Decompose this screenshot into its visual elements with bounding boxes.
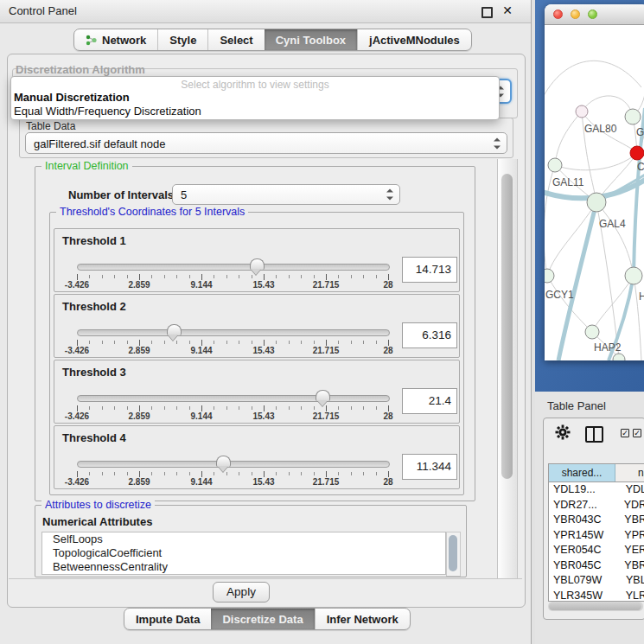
network-nodes[interactable] bbox=[545, 105, 644, 360]
scrollbar-thumb[interactable] bbox=[501, 174, 513, 479]
threshold-panel: Threshold 1-3.4262.8599.14415.4321.71528… bbox=[54, 228, 460, 292]
tab-cyni-toolbox[interactable]: Cyni Toolbox bbox=[265, 29, 357, 50]
cell-shared-name[interactable]: YBR043C bbox=[549, 513, 618, 528]
tab-impute-data[interactable]: Impute Data bbox=[124, 609, 211, 629]
tab-discretize-data[interactable]: Discretize Data bbox=[211, 609, 314, 629]
node-label: GAL11 bbox=[552, 176, 584, 188]
cell-name[interactable]: YBL0 bbox=[620, 573, 644, 589]
cell-name[interactable]: YBR0 bbox=[618, 513, 644, 528]
slider-tick-marks bbox=[77, 405, 388, 411]
slider-thumb-icon[interactable] bbox=[316, 390, 330, 401]
table-row[interactable]: YBL079WYBL0 bbox=[549, 573, 644, 589]
cell-shared-name[interactable]: YER054C bbox=[549, 543, 618, 558]
table-panel-box: ✓ ✓ shared... na YDL19...YDL1YDR27...YDR… bbox=[543, 418, 644, 620]
table-row[interactable]: YDL19...YDL1 bbox=[549, 482, 644, 498]
tab-infer-network[interactable]: Infer Network bbox=[315, 609, 410, 629]
cell-shared-name[interactable]: YLR345W bbox=[549, 589, 620, 603]
checkbox-checked-icon[interactable]: ✓ bbox=[633, 429, 641, 437]
close-traffic-light-icon[interactable] bbox=[553, 10, 563, 19]
minimize-traffic-light-icon[interactable] bbox=[571, 10, 580, 19]
threshold-slider[interactable] bbox=[77, 261, 388, 273]
number-of-intervals-value: 5 bbox=[181, 188, 187, 201]
cell-shared-name[interactable]: YBL079W bbox=[549, 573, 620, 589]
scrollbar-thumb[interactable] bbox=[449, 535, 457, 571]
cell-name[interactable]: YDL1 bbox=[620, 482, 644, 498]
attribute-list-item[interactable]: SelfLoops bbox=[42, 532, 445, 546]
numerical-attributes-list[interactable]: SelfLoopsTopologicalCoefficientBetweenne… bbox=[41, 532, 446, 575]
column-layout-icon[interactable] bbox=[585, 426, 603, 443]
cell-name[interactable]: YDR2 bbox=[618, 498, 644, 513]
column-header-shared-name[interactable]: shared... bbox=[549, 464, 615, 481]
table-panel-title: Table Panel bbox=[547, 399, 606, 412]
attributes-list-scrollbar[interactable] bbox=[446, 532, 461, 577]
slider-track[interactable] bbox=[77, 461, 390, 468]
cell-name[interactable]: YBR0 bbox=[618, 558, 644, 574]
slider-track[interactable] bbox=[77, 329, 390, 336]
cell-shared-name[interactable]: YPR145W bbox=[549, 528, 618, 544]
threshold-value-field[interactable]: 21.4 bbox=[402, 388, 457, 414]
table-data-label: Table Data bbox=[26, 120, 75, 132]
slider-track[interactable] bbox=[77, 264, 390, 271]
threshold-value-field[interactable]: 11.344 bbox=[402, 454, 457, 480]
table-row[interactable]: YPR145WYPR1 bbox=[549, 528, 644, 544]
cell-name[interactable]: YPR1 bbox=[618, 528, 644, 544]
attribute-list-item[interactable]: BetweennessCentrality bbox=[42, 560, 445, 574]
slider-thumb-icon[interactable] bbox=[216, 456, 231, 467]
tick-label: 9.144 bbox=[190, 346, 212, 355]
table-row[interactable]: YLR345WYLR3 bbox=[549, 589, 644, 603]
control-panel-title: Control Panel bbox=[9, 4, 77, 17]
bottom-tab-strip: Impute Data Discretize Data Infer Networ… bbox=[124, 608, 411, 630]
apply-button[interactable]: Apply bbox=[213, 582, 270, 603]
tab-label: Style bbox=[169, 34, 196, 47]
algorithm-dropdown-popup: Select algorithm to view settings Manual… bbox=[10, 76, 500, 120]
tab-style[interactable]: Style bbox=[157, 29, 207, 50]
slider-thumb-icon[interactable] bbox=[250, 258, 265, 270]
dropdown-option-equal-width-frequency[interactable]: Equal Width/Frequency Discretization bbox=[14, 105, 201, 118]
threshold-slider[interactable] bbox=[77, 392, 388, 405]
cell-shared-name[interactable]: YDR27... bbox=[549, 498, 618, 513]
table-data-combobox[interactable]: galFiltered.sif default node bbox=[25, 132, 507, 154]
column-header-name[interactable]: na bbox=[615, 464, 644, 481]
checkbox-checked-icon[interactable]: ✓ bbox=[621, 429, 629, 437]
tab-jactivemnodules[interactable]: jActiveMNodules bbox=[357, 29, 471, 50]
gear-icon[interactable] bbox=[555, 424, 571, 440]
threshold-coordinates-group: Threshold's Coordinates for 5 Intervals … bbox=[49, 212, 464, 495]
table-data-group: Table Data galFiltered.sif default node bbox=[19, 118, 513, 158]
threshold-label: Threshold 1 bbox=[62, 234, 126, 247]
tick-label: -3.426 bbox=[65, 411, 89, 421]
slider-tick-marks bbox=[77, 471, 388, 477]
threshold-slider[interactable] bbox=[77, 327, 388, 339]
content-vertical-scrollbar[interactable] bbox=[497, 159, 518, 578]
number-of-intervals-combobox[interactable]: 5 bbox=[172, 184, 400, 205]
cell-shared-name[interactable]: YDL19... bbox=[549, 482, 620, 498]
threshold-value-field[interactable]: 6.316 bbox=[402, 322, 457, 348]
tick-label: 2.859 bbox=[128, 280, 150, 290]
table-row[interactable]: YBR043CYBR0 bbox=[549, 513, 644, 528]
control-panel-titlebar: Control Panel ✕ bbox=[0, 0, 531, 23]
slider-thumb-icon[interactable] bbox=[167, 324, 182, 335]
table-row[interactable]: YER054CYER0 bbox=[549, 543, 644, 558]
network-canvas[interactable]: GAL80GACGAL11GAL4GCY1HHAP2 bbox=[545, 25, 644, 360]
cell-name[interactable]: YER0 bbox=[618, 543, 644, 558]
cell-name[interactable]: YLR3 bbox=[620, 589, 644, 603]
threshold-value-field[interactable]: 14.713 bbox=[402, 257, 457, 283]
threshold-slider[interactable] bbox=[77, 458, 388, 470]
zoom-traffic-light-icon[interactable] bbox=[588, 10, 597, 19]
float-window-icon[interactable] bbox=[481, 7, 493, 18]
combo-stepper-icon bbox=[386, 189, 393, 201]
tab-network[interactable]: Network bbox=[74, 29, 157, 50]
attribute-list-item[interactable]: TopologicalCoefficient bbox=[42, 546, 445, 560]
slider-track[interactable] bbox=[77, 395, 390, 402]
scrollbar-thumb[interactable] bbox=[549, 603, 641, 610]
dropdown-option-manual-discretization[interactable]: Manual Discretization bbox=[14, 91, 130, 104]
top-tab-strip: Network Style Select Cyni Toolbox jActiv… bbox=[73, 29, 472, 51]
table-horizontal-scrollbar[interactable] bbox=[548, 602, 643, 611]
tab-label: Discretize Data bbox=[222, 613, 303, 626]
cell-shared-name[interactable]: YBR045C bbox=[549, 558, 618, 574]
table-row[interactable]: YDR27...YDR2 bbox=[549, 498, 644, 513]
threshold-coordinates-title: Threshold's Coordinates for 5 Intervals bbox=[56, 206, 248, 218]
table-row[interactable]: YBR045CYBR0 bbox=[549, 558, 644, 574]
close-icon[interactable]: ✕ bbox=[502, 3, 513, 17]
tab-select[interactable]: Select bbox=[207, 29, 264, 50]
tab-label: Infer Network bbox=[327, 613, 399, 626]
